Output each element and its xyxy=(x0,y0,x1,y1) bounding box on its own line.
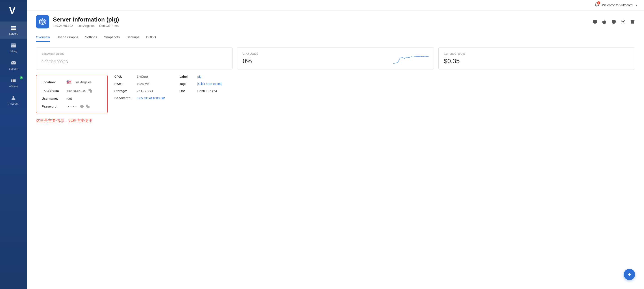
notification-count: 1 xyxy=(597,1,600,4)
svg-rect-1 xyxy=(11,26,16,27)
bandwidth-spec-val[interactable]: 0.05 GB of 1000 GB xyxy=(137,96,165,100)
sidebar-item-billing[interactable]: Billing xyxy=(0,39,27,56)
os-meta-key: OS: xyxy=(180,89,197,93)
server-os: CentOS 7 x64 xyxy=(99,24,119,27)
location-val: 🇺🇸 Los Angeles xyxy=(66,80,92,85)
os-meta-val: CentOS 7 x64 xyxy=(197,89,217,93)
cpu-spec-key: CPU: xyxy=(114,75,137,78)
svg-rect-20 xyxy=(593,20,597,23)
charges-card: Current Charges $0.35 xyxy=(438,47,635,69)
sidebar-item-account[interactable]: Account xyxy=(0,91,27,109)
annotation-text: 这里是主要信息，远程连接使用 xyxy=(36,118,635,123)
server-location: Los Angeles xyxy=(78,24,95,27)
tag-meta-key: Tag: xyxy=(180,82,197,86)
affiliate-badge: ✦ xyxy=(20,76,23,79)
sidebar-item-support-label: Support xyxy=(9,67,18,70)
tab-overview[interactable]: Overview xyxy=(36,33,50,42)
cpu-chart xyxy=(393,51,429,66)
charges-value: $0.35 xyxy=(444,58,630,65)
sidebar-item-servers[interactable]: Servers xyxy=(0,21,27,39)
server-title-block: Server Information (pig) 149.28.65.192 L… xyxy=(53,16,119,27)
delete-server-icon[interactable] xyxy=(630,19,635,24)
tag-meta-val[interactable]: [Click here to set] xyxy=(197,82,222,86)
tab-backups[interactable]: Backups xyxy=(126,33,140,42)
server-info-box: Location: 🇺🇸 Los Angeles IP Address: 149… xyxy=(36,75,108,113)
sidebar-item-affiliate-label: Affiliate xyxy=(9,85,18,88)
sidebar-item-affiliate[interactable]: ✦ Affiliate xyxy=(0,74,27,91)
tag-meta-row: Tag: [Click here to set] xyxy=(180,82,635,86)
svg-rect-5 xyxy=(11,44,16,45)
label-meta-key: Label: xyxy=(180,75,197,78)
label-meta-row: Label: pig xyxy=(180,75,635,78)
tab-ddos[interactable]: DDOS xyxy=(146,33,156,42)
page-content: Server Information (pig) 149.28.65.192 L… xyxy=(27,10,644,289)
svg-rect-25 xyxy=(90,90,92,92)
username-val: root xyxy=(66,97,72,100)
tab-snapshots[interactable]: Snapshots xyxy=(104,33,120,42)
svg-rect-2 xyxy=(11,27,16,28)
tab-settings[interactable]: Settings xyxy=(85,33,97,42)
server-name: Server Information (pig) xyxy=(53,16,119,23)
bandwidth-spec-row: Bandwidth: 0.05 GB of 1000 GB xyxy=(114,96,173,100)
main-content: 1 Welcome to Vultr.com! ▾ Serve xyxy=(27,0,644,289)
sidebar-item-servers-label: Servers xyxy=(9,32,18,35)
sidebar-logo: V xyxy=(7,3,20,17)
bandwidth-value: 0.05GB/1000GB xyxy=(42,58,227,65)
label-meta-val[interactable]: pig xyxy=(197,75,202,78)
svg-rect-6 xyxy=(12,46,13,46)
ram-spec-val: 1024 MB xyxy=(137,82,149,86)
power-icon[interactable] xyxy=(602,19,607,24)
cpu-spec-val: 1 vCore xyxy=(137,75,148,78)
svg-rect-27 xyxy=(87,106,90,108)
welcome-text[interactable]: Welcome to Vultr.com! xyxy=(602,3,633,7)
meta-col: Label: pig Tag: [Click here to set] OS: … xyxy=(180,75,635,113)
sidebar: V Servers Billing Support xyxy=(0,0,27,289)
show-password-icon[interactable] xyxy=(80,104,84,108)
topbar-chevron-icon: ▾ xyxy=(636,3,637,7)
password-dots: ······· xyxy=(66,104,78,108)
bandwidth-label: Bandwidth Usage xyxy=(42,52,227,55)
specs-col: CPU: 1 vCore RAM: 1024 MB Storage: 25 GB… xyxy=(114,75,173,113)
storage-spec-row: Storage: 25 GB SSD xyxy=(114,89,173,93)
sidebar-item-support[interactable]: Support xyxy=(0,56,27,74)
ram-spec-row: RAM: 1024 MB xyxy=(114,82,173,86)
svg-rect-8 xyxy=(11,79,16,82)
svg-marker-13 xyxy=(41,20,44,23)
location-row: Location: 🇺🇸 Los Angeles xyxy=(42,80,102,85)
tab-usage-graphs[interactable]: Usage Graphs xyxy=(57,33,78,42)
tabs: Overview Usage Graphs Settings Snapshots… xyxy=(36,33,635,42)
svg-rect-3 xyxy=(11,29,16,30)
copy-password-icon[interactable] xyxy=(86,104,90,108)
sidebar-item-billing-label: Billing xyxy=(10,50,17,53)
copy-ip-icon[interactable] xyxy=(88,89,92,93)
server-actions xyxy=(592,19,635,24)
bandwidth-spec-key: Bandwidth: xyxy=(114,96,137,100)
server-settings-icon[interactable] xyxy=(621,19,626,24)
username-text: root xyxy=(66,97,72,100)
svg-point-24 xyxy=(622,21,624,22)
server-meta: 149.28.65.192 Los Angeles CentOS 7 x64 xyxy=(53,24,119,27)
notification-bell[interactable]: 1 xyxy=(594,2,600,8)
charges-label: Current Charges xyxy=(444,52,630,55)
server-ip: 149.28.65.192 xyxy=(53,24,73,27)
os-meta-row: OS: CentOS 7 x64 xyxy=(180,89,635,93)
topbar: 1 Welcome to Vultr.com! ▾ xyxy=(27,0,644,10)
add-button[interactable]: + xyxy=(624,269,635,280)
location-key: Location: xyxy=(42,80,66,84)
username-row: Username: root xyxy=(42,97,102,100)
username-key: Username: xyxy=(42,97,66,100)
svg-rect-4 xyxy=(11,43,16,47)
storage-spec-key: Storage: xyxy=(114,89,137,93)
cpu-card: CPU Usage 0% xyxy=(237,47,434,69)
ip-text: 149.28.65.192 xyxy=(66,89,86,92)
svg-text:V: V xyxy=(9,5,16,16)
storage-spec-val: 25 GB SSD xyxy=(137,89,153,93)
refresh-icon[interactable] xyxy=(611,19,616,24)
bandwidth-suffix: /1000GB xyxy=(54,60,68,64)
monitor-icon[interactable] xyxy=(592,19,597,24)
stats-row: Bandwidth Usage 0.05GB/1000GB CPU Usage … xyxy=(36,47,635,69)
password-val: ······· xyxy=(66,104,90,108)
bandwidth-card: Bandwidth Usage 0.05GB/1000GB xyxy=(36,47,232,69)
ip-key: IP Address: xyxy=(42,89,66,92)
password-row: Password: ······· xyxy=(42,104,102,108)
